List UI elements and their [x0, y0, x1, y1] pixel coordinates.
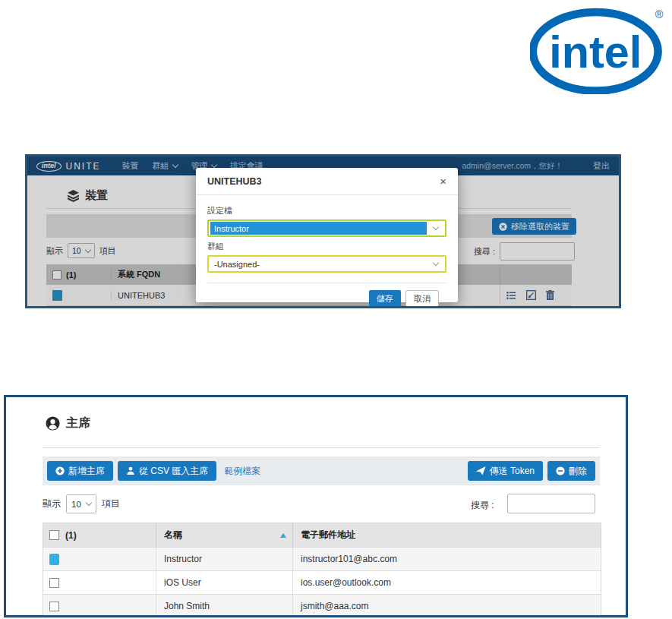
- send-token-button[interactable]: 傳送 Token: [468, 461, 543, 481]
- chevron-down-icon: [433, 260, 439, 266]
- close-icon[interactable]: ×: [440, 175, 446, 187]
- table-row: [46, 306, 572, 308]
- table-row: Instructor instructor101@abc.com: [43, 547, 601, 570]
- show-label: 顯示: [43, 497, 61, 510]
- cancel-button[interactable]: 取消: [405, 290, 439, 307]
- modal-title: UNITEHUB3: [207, 176, 262, 187]
- circle-plus-icon: [55, 466, 65, 475]
- document-page: intel ® intel UNITE 裝置 群組 管理 排定會議 admin@…: [0, 0, 672, 619]
- group-select[interactable]: -Unasigned-: [207, 255, 446, 273]
- divider: [43, 447, 600, 448]
- moderators-table: (1) 名稱 電子郵件地址 Instructor instructor101@a…: [43, 523, 601, 617]
- column-header-email[interactable]: 電子郵件地址: [292, 523, 601, 547]
- page-title-moderators: 主席: [46, 415, 90, 431]
- sample-file-link[interactable]: 範例檔案: [224, 465, 260, 478]
- moderator-email: instructor101@abc.com: [301, 554, 397, 564]
- sort-asc-icon: [280, 533, 286, 538]
- items-label: 項目: [102, 497, 120, 510]
- table-header-row: (1) 名稱 電子郵件地址: [43, 523, 601, 547]
- registered-mark: ®: [655, 8, 664, 21]
- import-csv-button[interactable]: 從 CSV 匯入主席: [118, 461, 216, 481]
- moderator-email: ios.user@outlook.com: [301, 577, 391, 588]
- column-header-name[interactable]: 名稱: [156, 523, 292, 547]
- profile-label: 設定檔: [207, 205, 446, 216]
- moderators-screenshot: 主席 新增主席 從 CSV 匯入主席 範例檔案: [4, 395, 628, 617]
- circle-minus-icon: [556, 466, 565, 475]
- intel-swirl-icon: intel ®: [530, 3, 668, 94]
- table-row: John Smith jsmith@aaa.com: [43, 594, 601, 617]
- moderator-icon: [46, 416, 60, 431]
- device-modal: UNITEHUB3 × 設定檔 Instructor 群組 -Unasigned…: [196, 168, 458, 302]
- table-row: iOS User ios.user@outlook.com: [43, 570, 601, 594]
- save-button[interactable]: 儲存: [369, 290, 401, 307]
- import-user-icon: [126, 466, 135, 475]
- select-all-checkbox[interactable]: [49, 530, 59, 540]
- group-selected-value: -Unasigned-: [214, 260, 260, 269]
- send-icon: [476, 466, 486, 475]
- profile-select[interactable]: Instructor: [207, 219, 446, 237]
- chevron-down-icon: [86, 500, 92, 506]
- chevron-down-icon: [433, 224, 439, 230]
- selected-count: (1): [65, 530, 77, 541]
- moderator-name: iOS User: [164, 577, 201, 588]
- search-input[interactable]: [507, 494, 595, 513]
- moderator-email: jsmith@aaa.com: [301, 601, 369, 611]
- intel-logo: intel ®: [530, 3, 668, 94]
- intel-logo-text: intel: [549, 27, 642, 77]
- add-moderator-button[interactable]: 新增主席: [47, 461, 113, 481]
- profile-selected-value: Instructor: [210, 222, 427, 235]
- delete-button[interactable]: 刪除: [547, 461, 595, 481]
- moderator-name: Instructor: [164, 554, 202, 564]
- row-checkbox[interactable]: [49, 602, 59, 611]
- page-size-select[interactable]: 10: [66, 494, 96, 513]
- devices-screenshot: intel UNITE 裝置 群組 管理 排定會議 admin@server.c…: [25, 154, 621, 308]
- group-label: 群組: [207, 241, 446, 252]
- row-checkbox[interactable]: [49, 578, 59, 588]
- moderators-toolbar: 新增主席 從 CSV 匯入主席 範例檔案 傳送 Token: [43, 456, 600, 485]
- moderator-name: John Smith: [164, 601, 210, 611]
- row-checkbox-checked[interactable]: [49, 554, 59, 565]
- search-label: 搜尋 :: [471, 499, 494, 512]
